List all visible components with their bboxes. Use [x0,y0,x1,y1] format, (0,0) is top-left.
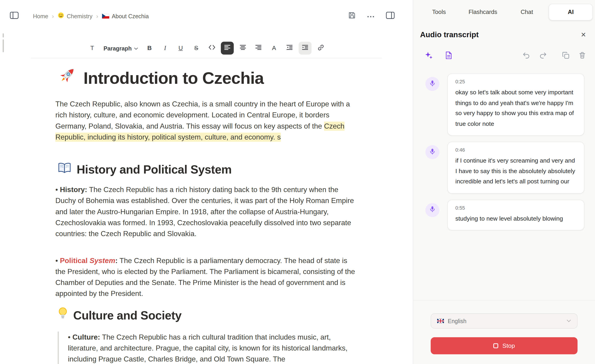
transcript-actions [413,41,595,68]
tab-ai[interactable]: AI [549,4,593,21]
align-center-button[interactable] [236,42,249,55]
redo-button[interactable] [539,52,547,60]
tab-ai-label: AI [568,9,574,15]
breadcrumb-about-czechia[interactable]: About Czechia [102,13,149,19]
bold-button[interactable]: B [143,42,156,55]
uk-flag-icon [437,319,444,323]
summary-document-button[interactable] [445,51,452,61]
app-window: Home › Chemistry › About Czechia [0,0,595,364]
culture-paragraph: • Culture: The Czech Republic has a rich… [68,331,356,364]
breadcrumb-home-label: Home [33,13,48,19]
breadcrumb-chemistry[interactable]: Chemistry [58,12,92,20]
history-heading-text: History and Political System [77,162,232,178]
editor-topbar: Home › Chemistry › About Czechia [0,0,413,32]
code-icon [208,44,215,52]
microphone-icon [429,80,436,88]
align-right-button[interactable] [252,42,265,55]
panel-tabs: Tools Flashcards Chat AI [413,0,595,24]
strikethrough-button[interactable]: S [190,42,203,55]
tab-tools-label: Tools [432,9,446,15]
underline-icon: U [178,45,183,51]
culture-label: Culture: [72,333,100,341]
breadcrumb-chemistry-label: Chemistry [67,13,92,19]
scrollbar-thumb[interactable] [3,40,4,52]
strikethrough-icon: S [194,45,198,51]
right-panel-toggle-button[interactable] [384,10,396,22]
align-left-button[interactable] [221,42,234,55]
language-select[interactable]: English [431,313,577,328]
culture-quote-block: • Culture: The Czech Republic has a rich… [58,331,356,364]
transcript-text: studying to new level absolutely blowing [455,213,576,224]
stop-recording-button[interactable]: Stop [431,337,577,354]
paragraph-dropdown-label: Paragraph [104,45,132,51]
transcript-text: okay so let's talk about some very impor… [455,87,576,129]
breadcrumb-home[interactable]: Home [33,13,48,19]
underline-button[interactable]: U [174,42,187,55]
mic-avatar [425,203,439,217]
breadcrumb-separator: › [52,13,54,19]
paragraph-dropdown[interactable]: Paragraph [101,42,140,55]
culture-text: The Czech Republic has a rich cultural t… [68,333,347,363]
copy-icon [562,52,570,60]
ai-side-panel: Tools Flashcards Chat AI Audio transcrip… [413,0,595,364]
italic-icon: I [164,45,166,51]
document-icon [445,51,452,61]
ai-enhance-button[interactable] [425,51,433,61]
formatting-toolbar: T Paragraph B I U S [0,32,413,55]
align-center-icon [239,44,246,52]
panel-title: Audio transcript [420,30,479,39]
chevron-down-icon [134,45,138,52]
history-text: The Czech Republic has a rich history da… [55,186,354,238]
doc-title: Introduction to Czechia [58,66,356,89]
panel-footer: English Stop [413,300,595,364]
transcript-timestamp: 0:25 [455,79,576,84]
culture-heading: Culture and Society [58,307,356,324]
history-heading: History and Political System [58,162,356,178]
history-label: History: [60,186,87,194]
code-button[interactable] [205,42,218,55]
light-bulb-icon [58,307,68,324]
redo-icon [539,52,547,60]
copy-button[interactable] [562,52,570,60]
culture-heading-text: Culture and Society [73,308,182,323]
breadcrumb-separator: › [96,13,98,19]
indent-icon [302,44,308,52]
doc-title-text: Introduction to Czechia [84,67,264,88]
political-colon: : [115,257,118,265]
italic-button[interactable]: I [159,42,171,55]
stop-square-icon [493,343,498,348]
document-canvas[interactable]: Introduction to Czechia The Czech Republ… [0,58,413,364]
tab-chat-label: Chat [521,9,533,15]
transcript-list: 0:25 okay so let's talk about some very … [413,68,595,300]
undo-button[interactable] [523,52,530,60]
text-color-icon: A [272,45,276,51]
link-button[interactable] [314,42,327,55]
transcript-entry: 0:25 okay so let's talk about some very … [425,74,584,136]
transcript-text: if I continue it's very screaming and ve… [455,155,576,186]
stop-button-label: Stop [502,342,515,349]
open-book-icon [58,162,71,178]
text-style-button[interactable]: T [86,42,99,55]
sidebar-toggle-button[interactable] [8,10,20,22]
delete-button[interactable] [579,52,586,60]
indent-button[interactable] [299,42,312,55]
tab-tools[interactable]: Tools [417,4,461,21]
scrollbar-thumb[interactable] [3,33,4,37]
tab-flashcards[interactable]: Flashcards [461,4,505,21]
bullet: • [55,186,60,194]
intro-paragraph: The Czech Republic, also known as Czechi… [55,98,356,142]
text-color-button[interactable]: A [268,42,280,55]
save-button[interactable] [347,10,357,22]
transcript-card: 0:55 studying to new level absolutely bl… [447,199,584,230]
rocket-icon [58,66,77,89]
close-panel-button[interactable]: × [581,31,586,39]
outdent-button[interactable] [283,42,296,55]
tab-chat[interactable]: Chat [505,4,549,21]
panel-header: Audio transcript × [413,24,595,41]
more-options-button[interactable] [365,12,376,20]
transcript-timestamp: 0:46 [455,147,576,153]
bullet: • [68,333,72,341]
language-select-value: English [448,318,467,324]
bold-icon: B [147,45,152,51]
bullet: • [55,257,60,265]
